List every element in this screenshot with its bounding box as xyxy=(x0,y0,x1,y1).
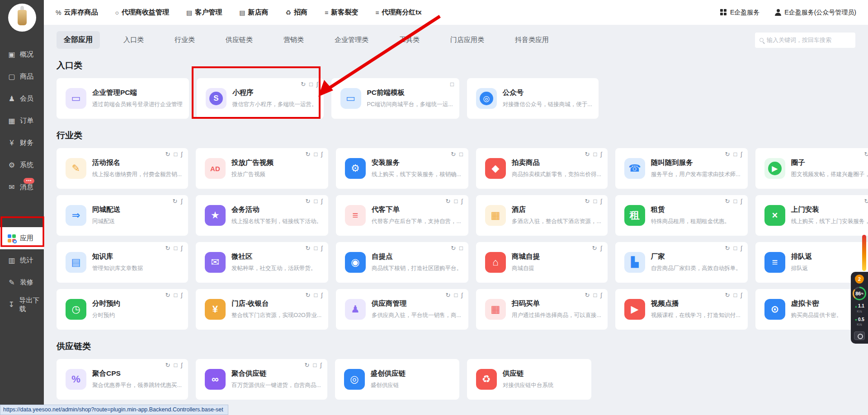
app-card[interactable]: ¥门店-收银台整合线下门店资源，实现O2O异业...↻□∫ xyxy=(196,289,328,330)
refresh-icon[interactable]: ↻ xyxy=(725,292,730,298)
sidebar-item-export-download[interactable]: ↧导出下载 xyxy=(0,294,44,316)
printer-icon[interactable]: □ xyxy=(454,198,458,205)
refresh-icon[interactable]: ↻ xyxy=(306,198,311,205)
app-card[interactable]: ⌂商城自提商城自提↻∫ xyxy=(476,242,608,283)
refresh-icon[interactable]: ↻ xyxy=(165,151,170,158)
app-card[interactable]: ◉自提点商品线下核销，打造社区团购平台。↻□ xyxy=(336,242,468,283)
link-icon[interactable]: ∫ xyxy=(741,292,742,298)
sidebar-item-messages[interactable]: ✉消息••• xyxy=(0,176,44,198)
app-card[interactable]: ◷分时预约分时预约↻□∫ xyxy=(57,289,188,330)
printer-icon[interactable]: □ xyxy=(174,151,178,158)
sidebar-item-orders[interactable]: ▦订单 xyxy=(0,110,44,132)
refresh-icon[interactable]: ↻ xyxy=(592,245,597,252)
app-card[interactable]: ▦扫码买单用户通过插件选择商品，可以直接...↻□∫ xyxy=(476,289,608,330)
sidebar-item-decorate[interactable]: ✎装修 xyxy=(0,271,44,294)
link-icon[interactable]: ∫ xyxy=(741,151,742,158)
refresh-icon[interactable]: ↻ xyxy=(725,245,730,252)
app-card[interactable]: ◎盛创供应链盛创供应链 xyxy=(335,359,459,400)
app-card[interactable]: %聚合CPS聚合优惠券平台，领券跳转优惠买...↻□∫ xyxy=(57,359,188,400)
refresh-icon[interactable]: ↻ xyxy=(165,292,170,298)
refresh-icon[interactable]: ↻ xyxy=(306,245,311,252)
app-card[interactable]: 租租赁特殊商品租用，租期租金优惠。↻□∫ xyxy=(615,195,748,236)
app-card[interactable]: ▭企业管理PC端通过前端会员账号登录进行企业管理 xyxy=(57,78,189,119)
search-input[interactable] xyxy=(767,37,851,43)
link-icon[interactable]: ∫ xyxy=(461,292,463,298)
refresh-icon[interactable]: ↻ xyxy=(451,245,456,252)
app-card[interactable]: ▙厂家自营商品厂家归类，高效自动拆单。↻□∫ xyxy=(615,242,748,283)
link-icon[interactable]: ∫ xyxy=(321,198,323,205)
refresh-icon[interactable]: ↻ xyxy=(585,292,590,298)
printer-icon[interactable]: □ xyxy=(459,151,463,158)
sidebar-item-stats[interactable]: ▥统计 xyxy=(0,249,44,271)
link-icon[interactable]: ∫ xyxy=(321,151,323,158)
tab-industry[interactable]: 行业类 xyxy=(167,32,202,48)
refresh-icon[interactable]: ↻ xyxy=(172,198,177,205)
printer-icon[interactable]: □ xyxy=(174,292,178,298)
refresh-icon[interactable]: ↻ xyxy=(864,198,868,205)
performance-monitor-widget[interactable]: 2 86% ▲1.1 K/s ▼0.5 K/s xyxy=(851,272,868,344)
refresh-icon[interactable]: ↻ xyxy=(165,362,170,368)
app-card[interactable]: ⚙安装服务线上购买，线下安装服务，核销确...↻□ xyxy=(336,148,468,189)
app-card[interactable]: ▶圈子图文视频发帖，搭建兴趣圈子，实...↻□∫ xyxy=(755,148,868,189)
refresh-icon[interactable]: ↻ xyxy=(306,151,311,158)
printer-icon[interactable]: □ xyxy=(593,198,597,205)
link-icon[interactable]: ∫ xyxy=(181,198,183,205)
tab-tools[interactable]: 工具类 xyxy=(392,32,427,48)
printer-icon[interactable]: □ xyxy=(454,292,458,298)
app-card[interactable]: ⇒同城配送同城配送↻∫ xyxy=(57,195,188,236)
topbar-menu-investment[interactable]: ♻招商 xyxy=(285,8,307,17)
link-icon[interactable]: ∫ xyxy=(461,198,463,205)
app-card[interactable]: ✉微社区发帖种草，社交互动，活跃带货。↻□∫ xyxy=(196,242,328,283)
scrollbar-marker[interactable] xyxy=(862,235,866,271)
printer-icon[interactable]: □ xyxy=(313,362,316,368)
service-switcher[interactable]: E企盈服务 xyxy=(720,9,760,17)
sidebar-item-finance[interactable]: ¥财务 xyxy=(0,132,44,154)
printer-icon[interactable]: □ xyxy=(309,81,313,88)
tab-store-apps[interactable]: 门店应用类 xyxy=(443,32,491,48)
link-icon[interactable]: ∫ xyxy=(741,198,742,205)
refresh-icon[interactable]: ↻ xyxy=(165,245,170,252)
link-icon[interactable]: ∫ xyxy=(600,198,602,205)
app-card[interactable]: ∞聚合供应链百万货源供应一键进货，自营商品...↻□∫ xyxy=(196,359,327,400)
app-card[interactable]: S小程序微信官方小程序，多端统一运营。↻□∫ xyxy=(197,78,324,119)
printer-icon[interactable]: □ xyxy=(593,151,597,158)
tab-entry[interactable]: 入口类 xyxy=(116,32,151,48)
app-card[interactable]: ✎活动报名线上报名缴纳费用，付费金额营销...↻□∫ xyxy=(57,148,188,189)
tab-supply-chain[interactable]: 供应链类 xyxy=(218,32,260,48)
sidebar-item-members[interactable]: ♟会员 xyxy=(0,88,44,110)
printer-icon[interactable]: □ xyxy=(593,292,597,298)
refresh-icon[interactable]: ↻ xyxy=(585,151,590,158)
app-card[interactable]: ◎公众号对接微信公众号，链接商城，便于... xyxy=(467,78,599,119)
shop-logo[interactable] xyxy=(8,4,36,32)
refresh-icon[interactable]: ↻ xyxy=(301,81,306,88)
refresh-icon[interactable]: ↻ xyxy=(864,151,868,158)
refresh-icon[interactable]: ↻ xyxy=(585,198,590,205)
refresh-icon[interactable]: ↻ xyxy=(306,292,311,298)
account-menu[interactable]: E企盈服务(公众号管理员) xyxy=(775,9,856,17)
sidebar-item-goods[interactable]: ▢商品 xyxy=(0,65,44,88)
app-card[interactable]: ☎随叫随到服务服务平台，用户发布需求由技术师...↻□∫ xyxy=(615,148,748,189)
printer-icon[interactable]: □ xyxy=(733,198,737,205)
app-card[interactable]: ★会务活动线上报名线下签到，链接线下活动。↻□∫ xyxy=(196,195,328,236)
app-card[interactable]: ◆拍卖商品商品拍卖模式新零售，竞拍出价得...↻□∫ xyxy=(476,148,608,189)
printer-icon[interactable]: □ xyxy=(174,362,178,368)
refresh-icon[interactable]: ↻ xyxy=(305,362,310,368)
tab-all[interactable]: 全部应用 xyxy=(57,31,100,49)
link-icon[interactable]: ∫ xyxy=(316,81,318,88)
printer-icon[interactable]: □ xyxy=(314,151,318,158)
sidebar-item-overview[interactable]: ▣概况 xyxy=(0,43,44,65)
link-icon[interactable]: ∫ xyxy=(181,362,183,368)
topbar-menu-customer-mgmt[interactable]: ▤客户管理 xyxy=(186,8,222,17)
sidebar-item-apps[interactable]: 应用 xyxy=(0,227,44,249)
app-card[interactable]: ▤知识库管理知识库文章数据↻□∫ xyxy=(57,242,188,283)
link-icon[interactable]: ∫ xyxy=(181,151,183,158)
app-card[interactable]: ×上门安装线上购买，线下上门安装服务，核...↻□∫ xyxy=(755,195,868,236)
link-icon[interactable]: ∫ xyxy=(321,245,323,252)
link-icon[interactable]: ∫ xyxy=(600,245,602,252)
printer-icon[interactable]: □ xyxy=(733,292,737,298)
link-icon[interactable]: ∫ xyxy=(320,362,322,368)
topbar-menu-new-store[interactable]: ▤新店商 xyxy=(239,8,268,17)
topbar-menu-cloud-stock[interactable]: %云库存商品 xyxy=(56,8,98,17)
topbar-menu-agent-revenue[interactable]: ○代理商收益管理 xyxy=(115,8,169,17)
printer-icon[interactable]: □ xyxy=(733,151,737,158)
